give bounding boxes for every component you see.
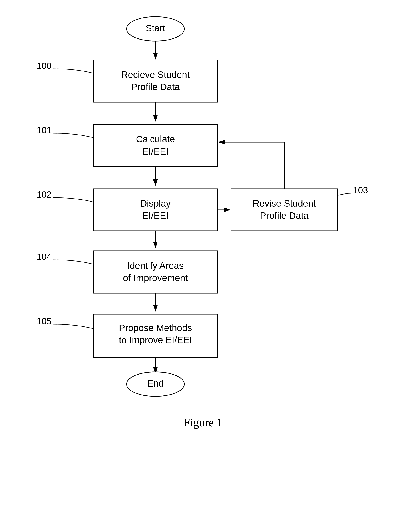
n102-label-line1: Display: [140, 198, 171, 209]
n103-label-line2: Profile Data: [260, 210, 309, 221]
svg-rect-8: [231, 189, 338, 231]
end-label: End: [147, 378, 164, 388]
n105-label-line2: to Improve EI/EEI: [119, 335, 192, 345]
n104-label-line1: Identify Areas: [127, 260, 184, 271]
n102-label-line2: EI/EEI: [142, 210, 169, 221]
svg-rect-3: [93, 60, 218, 102]
ref-102: 102: [37, 190, 51, 199]
diagram-container: Start Recieve Student Profile Data 100 C…: [0, 0, 406, 532]
n104-label-line2: of Improvement: [123, 273, 188, 283]
ref-104: 104: [37, 252, 51, 262]
ref-105: 105: [37, 316, 51, 326]
n103-label-line1: Revise Student: [253, 198, 316, 209]
svg-rect-5: [93, 124, 218, 166]
n101-label-line2: EI/EEI: [142, 146, 169, 157]
n101-label-line1: Calculate: [136, 134, 175, 144]
n100-label-line2: Profile Data: [131, 82, 180, 92]
svg-rect-7: [93, 189, 218, 231]
n105-label-line1: Propose Methods: [119, 323, 192, 333]
start-label: Start: [146, 23, 166, 33]
n100-label-line1: Recieve Student: [121, 70, 190, 80]
ref-103: 103: [353, 185, 368, 195]
ref-101: 101: [37, 125, 51, 135]
svg-rect-13: [93, 251, 218, 293]
figure-caption: Figure 1: [184, 416, 223, 429]
ref-100: 100: [37, 61, 51, 71]
